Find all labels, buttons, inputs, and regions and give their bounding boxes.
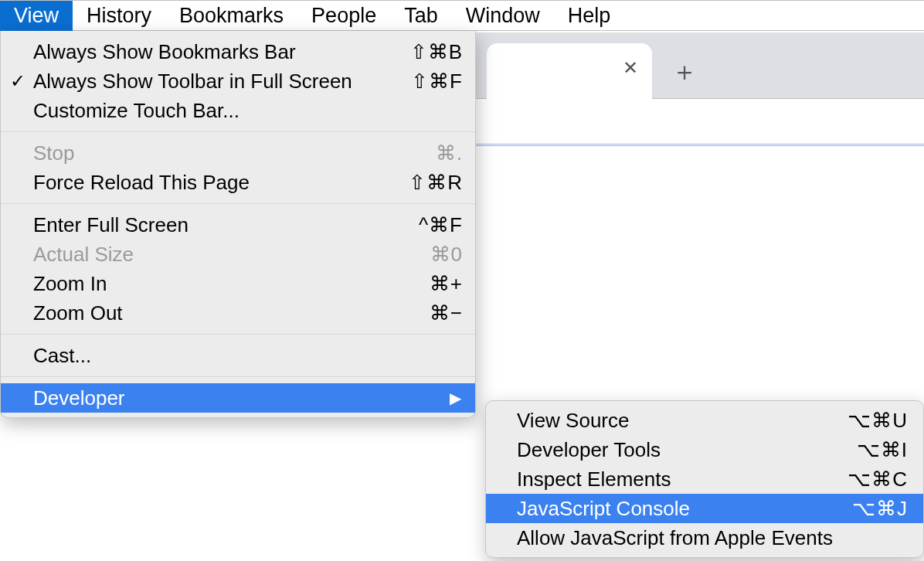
menu-item-label: Zoom In xyxy=(33,272,430,296)
menu-item-force-reload[interactable]: Force Reload This Page ⇧⌘R xyxy=(1,168,475,197)
menubar-item-people[interactable]: People xyxy=(297,1,390,31)
menu-item-label: Inspect Elements xyxy=(517,468,848,491)
menu-item-shortcut: ⌥⌘C xyxy=(848,468,908,491)
menu-item-label: Enter Full Screen xyxy=(33,213,419,237)
menu-item-label: Allow JavaScript from Apple Events xyxy=(517,526,908,550)
menubar-item-view[interactable]: View xyxy=(0,1,73,31)
check-icon: ✓ xyxy=(10,70,25,92)
menu-item-cast[interactable]: Cast... xyxy=(1,341,475,370)
menu-item-label: Customize Touch Bar... xyxy=(33,99,463,123)
close-icon[interactable]: ✕ xyxy=(623,60,638,76)
menubar-item-bookmarks[interactable]: Bookmarks xyxy=(165,1,297,31)
menu-separator xyxy=(1,131,475,132)
menu-item-label: Stop xyxy=(33,141,436,165)
menu-item-shortcut: ⇧⌘B xyxy=(410,40,463,64)
menu-item-label: JavaScript Console xyxy=(517,497,852,521)
view-menu-dropdown: Always Show Bookmarks Bar ⇧⌘B ✓ Always S… xyxy=(0,31,476,418)
menubar-item-tab[interactable]: Tab xyxy=(390,1,452,31)
menu-item-developer-tools[interactable]: Developer Tools ⌥⌘I xyxy=(486,435,923,464)
menu-item-shortcut: ⌘0 xyxy=(430,243,463,267)
menu-item-developer[interactable]: Developer ▶ xyxy=(1,383,475,413)
menubar-item-history[interactable]: History xyxy=(73,1,165,31)
menu-item-shortcut: ⇧⌘F xyxy=(411,70,463,94)
menu-item-shortcut: ⌥⌘I xyxy=(857,438,908,462)
menu-separator xyxy=(1,376,475,377)
menu-separator xyxy=(1,203,475,204)
menu-item-always-show-toolbar-fullscreen[interactable]: ✓ Always Show Toolbar in Full Screen ⇧⌘F xyxy=(1,66,475,96)
menubar: View History Bookmarks People Tab Window… xyxy=(0,0,924,31)
menu-item-view-source[interactable]: View Source ⌥⌘U xyxy=(486,406,923,435)
menu-item-stop: Stop ⌘. xyxy=(1,138,475,168)
menu-item-inspect-elements[interactable]: Inspect Elements ⌥⌘C xyxy=(486,464,923,494)
chevron-right-icon: ▶ xyxy=(450,389,461,407)
menubar-item-window[interactable]: Window xyxy=(452,1,554,31)
menu-item-actual-size: Actual Size ⌘0 xyxy=(1,240,475,269)
menu-item-label: Always Show Bookmarks Bar xyxy=(33,40,410,64)
developer-submenu: View Source ⌥⌘U Developer Tools ⌥⌘I Insp… xyxy=(485,400,924,558)
menu-item-shortcut: ^⌘F xyxy=(419,213,463,237)
menu-item-shortcut: ⇧⌘R xyxy=(409,171,463,195)
menu-item-customize-touch-bar[interactable]: Customize Touch Bar... xyxy=(1,96,475,125)
menu-item-shortcut: ⌘. xyxy=(436,141,463,165)
menubar-item-help[interactable]: Help xyxy=(554,1,625,31)
menu-item-label: Actual Size xyxy=(33,243,430,267)
menu-item-label: Force Reload This Page xyxy=(33,171,409,195)
browser-tab[interactable]: ✕ xyxy=(487,43,652,99)
menu-item-shortcut: ⌥⌘J xyxy=(852,497,908,521)
menu-item-label: Always Show Toolbar in Full Screen xyxy=(33,70,411,94)
menu-item-zoom-out[interactable]: Zoom Out ⌘− xyxy=(1,298,475,328)
menu-item-shortcut: ⌘− xyxy=(430,301,463,325)
menu-item-javascript-console[interactable]: JavaScript Console ⌥⌘J xyxy=(486,494,923,523)
menu-separator xyxy=(1,334,475,335)
menu-item-always-show-bookmarks-bar[interactable]: Always Show Bookmarks Bar ⇧⌘B xyxy=(1,37,475,66)
menu-item-label: Developer Tools xyxy=(517,438,857,462)
menu-item-label: Zoom Out xyxy=(33,301,430,325)
menu-item-shortcut: ⌘+ xyxy=(430,272,463,296)
menu-item-allow-js-apple-events[interactable]: Allow JavaScript from Apple Events xyxy=(486,523,923,552)
menu-item-label: Cast... xyxy=(33,344,463,368)
menu-item-label: Developer xyxy=(33,386,463,410)
menu-item-label: View Source xyxy=(517,409,848,433)
menu-item-zoom-in[interactable]: Zoom In ⌘+ xyxy=(1,269,475,298)
new-tab-button[interactable]: ＋ xyxy=(669,56,700,87)
menu-item-shortcut: ⌥⌘U xyxy=(848,409,908,433)
menu-item-enter-full-screen[interactable]: Enter Full Screen ^⌘F xyxy=(1,210,475,240)
